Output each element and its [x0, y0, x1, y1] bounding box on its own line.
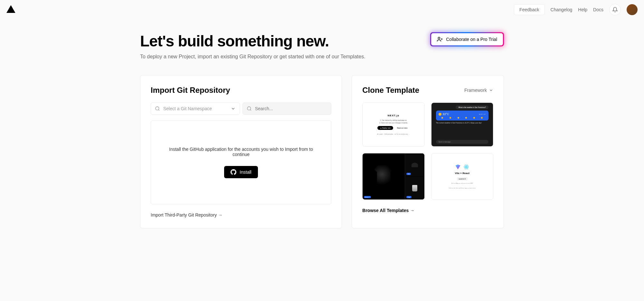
chevron-down-icon [231, 106, 236, 111]
github-icon [231, 169, 236, 175]
search-icon [247, 106, 252, 111]
page-header: Let's build something new. To deploy a n… [140, 32, 504, 60]
install-github-button[interactable]: Install [224, 166, 258, 178]
template-preview: What is the weather in San Francisco? 22… [431, 103, 493, 146]
logo[interactable] [6, 5, 15, 15]
install-prompt: Install the GitHub application for the a… [151, 121, 331, 204]
svg-line-6 [250, 110, 251, 111]
framework-filter[interactable]: Framework [464, 88, 493, 93]
browse-templates-link[interactable]: Browse All Templates → [362, 208, 414, 213]
svg-line-4 [158, 110, 159, 111]
page-title: Let's build something new. [140, 32, 365, 50]
collaborate-button[interactable]: Collaborate on a Pro Trial [431, 33, 503, 45]
import-panel-title: Import Git Repository [151, 86, 331, 95]
import-git-panel: Import Git Repository Select a Git Names… [140, 75, 342, 228]
template-card-vite[interactable]: Vite + React count is 0 Edit src/App.jsx… [431, 153, 493, 200]
search-input[interactable] [255, 106, 327, 111]
import-third-party-link[interactable]: Import Third-Party Git Repository → [151, 212, 223, 218]
template-card-commerce[interactable]: Acme T Hat Cup $ Commerce [362, 153, 424, 200]
svg-point-3 [156, 107, 159, 110]
template-preview: Acme T Hat Cup [363, 153, 424, 199]
search-icon [155, 106, 160, 111]
user-avatar[interactable] [627, 4, 638, 15]
namespace-placeholder: Select a Git Namespace [163, 106, 227, 111]
page-subtitle: To deploy a new Project, import an exist… [140, 54, 365, 60]
notifications-button[interactable] [609, 4, 621, 15]
feedback-button[interactable]: Feedback [514, 4, 545, 15]
svg-point-0 [438, 37, 440, 39]
install-text: Install the GitHub application for the a… [167, 147, 315, 157]
git-namespace-select[interactable]: Select a Git Namespace [151, 102, 240, 115]
template-card-nextjs[interactable]: NEXT.js 1. Get started by editing app/pa… [362, 102, 424, 147]
header-nav: Feedback Changelog Help Docs [514, 4, 638, 15]
bell-icon [612, 7, 618, 13]
template-panel-title: Clone Template [362, 86, 419, 95]
app-header: Feedback Changelog Help Docs [0, 0, 644, 19]
docs-link[interactable]: Docs [593, 7, 603, 12]
chevron-down-icon [489, 88, 493, 92]
svg-point-5 [247, 107, 251, 110]
clone-template-panel: Clone Template Framework NEXT.js 1. Get … [352, 75, 504, 228]
user-plus-icon [437, 36, 443, 42]
install-button-label: Install [240, 170, 251, 175]
help-link[interactable]: Help [578, 7, 587, 12]
template-preview: Vite + React count is 0 Edit src/App.jsx… [431, 153, 493, 199]
collaborate-button-label: Collaborate on a Pro Trial [446, 37, 497, 42]
framework-filter-label: Framework [464, 88, 487, 93]
template-preview: NEXT.js 1. Get started by editing app/pa… [363, 103, 424, 146]
search-input-wrapper [242, 102, 332, 115]
svg-point-10 [466, 167, 467, 168]
template-card-chatbot[interactable]: What is the weather in San Francisco? 22… [431, 102, 493, 147]
changelog-link[interactable]: Changelog [551, 7, 573, 12]
